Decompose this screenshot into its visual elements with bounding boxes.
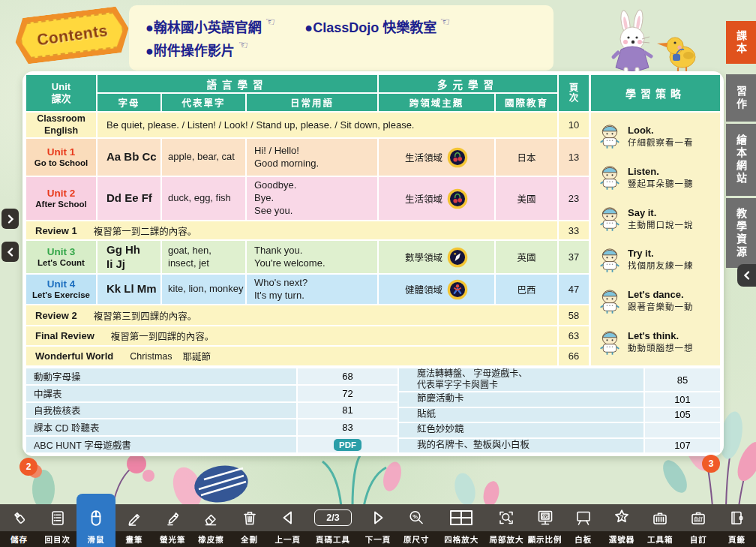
ebook-reader-screen: Contents ●翰林國小英語官網 ☜ ●ClassDojo 快樂教室 ☜ ●… (0, 0, 756, 547)
words-cell: duck, egg, fish (162, 177, 245, 220)
list-item: 我的名牌卡、墊板與小白板 107 (399, 439, 720, 453)
custom-box-icon: 自訂 (689, 504, 707, 531)
page-back-button[interactable] (2, 242, 19, 262)
tab-textbook[interactable]: 課本 (726, 21, 756, 64)
daily-cell: Thank you. You're welcome. (247, 241, 377, 273)
svg-text:固定: 固定 (541, 513, 550, 519)
intl-cell: 巴西 (496, 275, 557, 304)
toolbar-delete-all-button[interactable]: 全刪 (230, 504, 268, 547)
toolbar-number-picker-button[interactable]: 7 選號器 (602, 504, 640, 547)
toolbar-whiteboard-button[interactable]: 白板 (564, 504, 602, 547)
row-page: 47 (559, 275, 589, 304)
toolbar-next-page-button[interactable]: 下一頁 (358, 504, 397, 547)
tab-picturebook-site[interactable]: 繪本網站 (726, 124, 756, 196)
table-row-review-1: Review 1 複習第一到二課的內容。 33 (26, 221, 589, 239)
contents-banner-label: Contents (35, 22, 108, 50)
link-hanlin-english-site[interactable]: ●翰林國小英語官網 ☜ (146, 17, 274, 36)
highlighter-icon (164, 504, 182, 531)
letters-cell: Dd Ee Ff (98, 177, 160, 220)
table-row-classroom-english: Classroom English Be quiet, please. / Li… (26, 113, 589, 137)
pdf-badge[interactable]: PDF (334, 439, 362, 451)
page-indicator-box[interactable]: 2/3 (314, 509, 351, 526)
review-title: Review 2 (35, 310, 77, 321)
list-item: 課本 CD 聆聽表 83 (26, 419, 398, 435)
words-cell: kite, lion, monkey (162, 275, 245, 304)
letters-cell: Aa Bb Cc (98, 139, 160, 176)
row-page: 13 (559, 139, 589, 176)
row-content-zh: 耶誕節 (183, 349, 212, 363)
row-page: 66 (559, 347, 589, 365)
review-content: 複習第一到二課的內容。 (94, 224, 197, 238)
collapse-tabs-button[interactable] (737, 264, 756, 287)
toolbar-partial-zoom-button[interactable]: 局部放大 (488, 504, 526, 547)
row-page: 33 (559, 221, 589, 239)
chevron-left-icon (5, 247, 16, 257)
unit-cell: Unit 4 Let's Exercise (26, 275, 96, 304)
header-daily-expressions: 日常用語 (247, 94, 377, 111)
table-row-final-review: Final Review 複習第一到四課的內容。 63 (26, 326, 589, 345)
table-header: Unit 課次 語言學習 字母 代表單字 日常用語 多元學習 (26, 75, 589, 111)
intl-cell: 英國 (496, 241, 557, 273)
contents-page-panel: Unit 課次 語言學習 字母 代表單字 日常用語 多元學習 (22, 71, 724, 456)
words-cell: apple, bear, cat (162, 139, 245, 176)
toolbar-previous-page-button[interactable]: 上一頁 (268, 504, 307, 547)
review-content: 複習第一到四課的內容。 (111, 329, 214, 343)
link-attachment-videos[interactable]: ●附件操作影片 ☜ (146, 40, 248, 59)
page-number-badge-left: 2 (20, 458, 38, 476)
toolbar-page-tabs-button[interactable]: 頁籤 (718, 504, 756, 547)
table-row-unit-3: Unit 3 Let's Count Gg Hh Ii Jj goat, hen… (26, 241, 589, 273)
row-page: 63 (559, 326, 589, 345)
star-seven-icon: 7 (612, 504, 632, 531)
magnifier-percent-icon: % (407, 504, 425, 531)
toolbar-four-pane-zoom-button[interactable]: 四格放大 (436, 504, 488, 547)
toolbar-display-ratio-button[interactable]: 固定 顯示比例 (526, 504, 564, 547)
list-item: 節慶活動卡 101 (399, 392, 720, 407)
page-number-badge-right: 3 (702, 455, 720, 473)
toolbar-highlighter-button[interactable]: 螢光筆 (154, 504, 192, 547)
link-classdojo-classroom[interactable]: ●ClassDojo 快樂教室 ☜ (304, 17, 449, 36)
life-curriculum-badge-icon (447, 147, 468, 168)
list-item: 紅色妙妙鏡 (399, 423, 720, 437)
review-title: Final Review (35, 330, 94, 341)
unit-cell: Unit 1 Go to School (26, 139, 96, 176)
toolbar-mouse-button[interactable]: 滑鼠 (76, 494, 115, 547)
life-curriculum-badge-icon (447, 188, 468, 209)
header-key-words: 代表單字 (162, 94, 245, 111)
tab-workbook[interactable]: 習作 (726, 74, 756, 122)
words-cell: goat, hen, insect, jet (162, 241, 245, 273)
mascot-icon (598, 205, 621, 232)
math-curriculum-badge-icon (447, 247, 468, 268)
learning-strategies-panel: 學習策略 Look.仔細觀察看一看 Listen.豎起耳朵聽一聽 Say it.… (591, 75, 720, 365)
triangle-left-icon (279, 504, 297, 531)
mascot-icon (598, 287, 621, 314)
mouse-icon (86, 504, 106, 531)
mascot-icon (598, 246, 621, 273)
trash-icon (241, 504, 259, 531)
page-forward-button[interactable] (2, 209, 19, 229)
unit-cell: Unit 3 Let's Count (26, 241, 96, 273)
rabbit-duck-illustration (561, 9, 711, 78)
cross-domain-cell: 健體領域 (379, 275, 494, 304)
toolbar-eraser-button[interactable]: 橡皮擦 (192, 504, 230, 547)
toolbar-original-size-button[interactable]: % 原尺寸 (398, 504, 436, 547)
row-title: Wonderful World (35, 350, 113, 362)
curriculum-table: Unit 課次 語言學習 字母 代表單字 日常用語 多元學習 (26, 75, 589, 365)
chevron-right-icon (5, 214, 16, 224)
appendix-section: 動動字母操 68 中譯表 72 自我檢核表 81 課本 CD 聆聽表 83 AB… (26, 368, 720, 452)
list-doc-icon (49, 504, 67, 531)
toolbar-pen-button[interactable]: 畫筆 (116, 504, 154, 547)
toolbar-back-to-contents-button[interactable]: 回目次 (38, 504, 76, 547)
header-language-learning: 語言學習 (98, 75, 377, 92)
toolbar-page-tool-button[interactable]: 2/3 頁碼工具 (307, 504, 358, 547)
row-page: 10 (559, 113, 589, 137)
header-cross-domain: 跨領域主題 (379, 94, 494, 111)
cross-domain-cell: 數學領域 (379, 241, 494, 273)
strategy-item-say-it: Say it.主動開口說一說 (598, 205, 716, 232)
chevron-left-icon (742, 270, 752, 281)
toolbar-save-button[interactable]: 儲存 (0, 504, 38, 547)
letters-cell: Kk Ll Mm (98, 275, 160, 304)
unit-cell: Unit 2 After School (26, 177, 96, 220)
toolbar-toolbox-button[interactable]: 工具箱 (641, 504, 680, 547)
toolbar-custom-button[interactable]: 自訂 自訂 (680, 504, 718, 547)
tab-teaching-resources[interactable]: 教學資源 (726, 198, 756, 268)
